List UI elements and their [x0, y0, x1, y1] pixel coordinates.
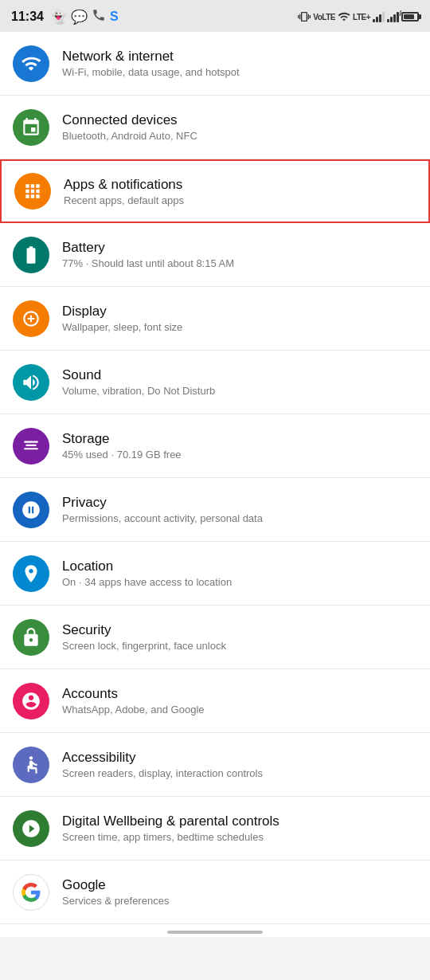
status-right-icons: VoLTE LTE+ /: [298, 10, 419, 23]
item-title-location: Location: [62, 559, 232, 574]
status-time: 11:34: [11, 10, 44, 24]
item-text-sound: Sound Volume, vibration, Do Not Disturb: [62, 367, 215, 397]
settings-item-security[interactable]: Security Screen lock, fingerprint, face …: [0, 606, 430, 669]
scroll-bar: [167, 931, 263, 934]
icon-accounts: [13, 683, 49, 719]
item-title-digital-wellbeing: Digital Wellbeing & parental controls: [62, 813, 280, 829]
settings-item-battery[interactable]: Battery 77% · Should last until about 8:…: [0, 223, 430, 287]
icon-storage: [13, 428, 49, 465]
battery-status-icon: [401, 12, 419, 22]
item-subtitle-sound: Volume, vibration, Do Not Disturb: [62, 385, 215, 397]
icon-accessibility: [13, 747, 49, 783]
signal-bars-2: /: [387, 11, 399, 22]
sms-icon: [92, 8, 106, 25]
settings-item-network[interactable]: Network & internet Wi-Fi, mobile, data u…: [0, 32, 430, 96]
settings-item-privacy[interactable]: Privacy Permissions, account activity, p…: [0, 478, 430, 542]
icon-security: [13, 619, 49, 656]
icon-digital-wellbeing: [13, 810, 49, 847]
item-subtitle-display: Wallpaper, sleep, font size: [62, 321, 182, 333]
item-text-network: Network & internet Wi-Fi, mobile, data u…: [62, 49, 240, 78]
status-bar: 11:34 👻 💬 S VoLTE LTE+: [0, 0, 430, 32]
settings-item-apps-notifications[interactable]: Apps & notifications Recent apps, defaul…: [0, 159, 430, 223]
item-text-location: Location On · 34 apps have access to loc…: [62, 559, 232, 588]
item-title-sound: Sound: [62, 367, 215, 383]
vibrate-icon: [298, 10, 311, 23]
item-subtitle-security: Screen lock, fingerprint, face unlock: [62, 640, 226, 652]
item-text-battery: Battery 77% · Should last until about 8:…: [62, 240, 234, 269]
item-subtitle-accessibility: Screen readers, display, interaction con…: [62, 767, 263, 779]
wifi-status-icon: [338, 10, 350, 23]
icon-privacy: [13, 492, 49, 528]
status-app-icons: 👻 💬 S: [44, 8, 119, 25]
item-title-accounts: Accounts: [62, 686, 205, 702]
item-text-storage: Storage 45% used · 70.19 GB free: [62, 431, 182, 461]
item-title-apps-notifications: Apps & notifications: [64, 177, 184, 193]
settings-item-display[interactable]: Display Wallpaper, sleep, font size: [0, 287, 430, 351]
item-subtitle-privacy: Permissions, account activity, personal …: [62, 512, 263, 524]
item-text-display: Display Wallpaper, sleep, font size: [62, 304, 182, 333]
item-subtitle-apps-notifications: Recent apps, default apps: [64, 194, 184, 206]
item-text-security: Security Screen lock, fingerprint, face …: [62, 622, 226, 652]
settings-item-digital-wellbeing[interactable]: Digital Wellbeing & parental controls Sc…: [0, 797, 430, 860]
settings-item-accessibility[interactable]: Accessibility Screen readers, display, i…: [0, 733, 430, 797]
item-subtitle-digital-wellbeing: Screen time, app timers, bedtime schedul…: [62, 831, 280, 843]
settings-item-accounts[interactable]: Accounts WhatsApp, Adobe, and Google: [0, 669, 430, 733]
item-text-privacy: Privacy Permissions, account activity, p…: [62, 495, 263, 524]
item-title-display: Display: [62, 304, 182, 319]
icon-location: [13, 555, 49, 592]
item-title-google: Google: [62, 877, 169, 893]
svg-point-0: [29, 756, 33, 759]
item-subtitle-connected-devices: Bluetooth, Android Auto, NFC: [62, 130, 197, 142]
item-text-accounts: Accounts WhatsApp, Adobe, and Google: [62, 686, 205, 715]
item-subtitle-battery: 77% · Should last until about 8:15 AM: [62, 257, 234, 269]
item-title-battery: Battery: [62, 240, 234, 256]
item-subtitle-google: Services & preferences: [62, 895, 169, 907]
icon-connected-devices: [13, 109, 49, 146]
settings-item-storage[interactable]: Storage 45% used · 70.19 GB free: [0, 414, 430, 478]
item-title-security: Security: [62, 622, 226, 638]
messaging-icon: 💬: [71, 9, 88, 25]
item-subtitle-location: On · 34 apps have access to location: [62, 576, 232, 588]
item-subtitle-storage: 45% used · 70.19 GB free: [62, 449, 182, 461]
snapchat-icon: 👻: [50, 9, 67, 25]
item-text-digital-wellbeing: Digital Wellbeing & parental controls Sc…: [62, 813, 280, 843]
lte-icon: LTE+: [353, 13, 370, 22]
item-subtitle-network: Wi-Fi, mobile, data usage, and hotspot: [62, 66, 240, 78]
item-text-google: Google Services & preferences: [62, 877, 169, 907]
item-title-connected-devices: Connected devices: [62, 112, 197, 128]
settings-item-sound[interactable]: Sound Volume, vibration, Do Not Disturb: [0, 351, 430, 414]
settings-item-location[interactable]: Location On · 34 apps have access to loc…: [0, 542, 430, 606]
item-title-privacy: Privacy: [62, 495, 263, 511]
settings-list: Network & internet Wi-Fi, mobile, data u…: [0, 32, 430, 924]
item-title-storage: Storage: [62, 431, 182, 447]
scroll-indicator: [0, 924, 430, 937]
settings-item-connected-devices[interactable]: Connected devices Bluetooth, Android Aut…: [0, 96, 430, 159]
icon-network: [13, 45, 49, 82]
icon-google: [13, 874, 49, 911]
item-text-apps-notifications: Apps & notifications Recent apps, defaul…: [64, 177, 184, 206]
icon-apps-notifications: [14, 173, 51, 210]
item-text-accessibility: Accessibility Screen readers, display, i…: [62, 750, 263, 779]
icon-sound: [13, 364, 49, 401]
item-title-accessibility: Accessibility: [62, 750, 263, 766]
icon-battery: [13, 237, 49, 273]
item-subtitle-accounts: WhatsApp, Adobe, and Google: [62, 704, 205, 715]
volte-icon: VoLTE: [313, 13, 335, 22]
icon-display: [13, 300, 49, 337]
item-text-connected-devices: Connected devices Bluetooth, Android Aut…: [62, 112, 197, 142]
item-title-network: Network & internet: [62, 49, 240, 65]
signal-bars-1: [373, 11, 385, 22]
settings-item-google[interactable]: Google Services & preferences: [0, 860, 430, 924]
shazam-icon: S: [110, 10, 119, 24]
